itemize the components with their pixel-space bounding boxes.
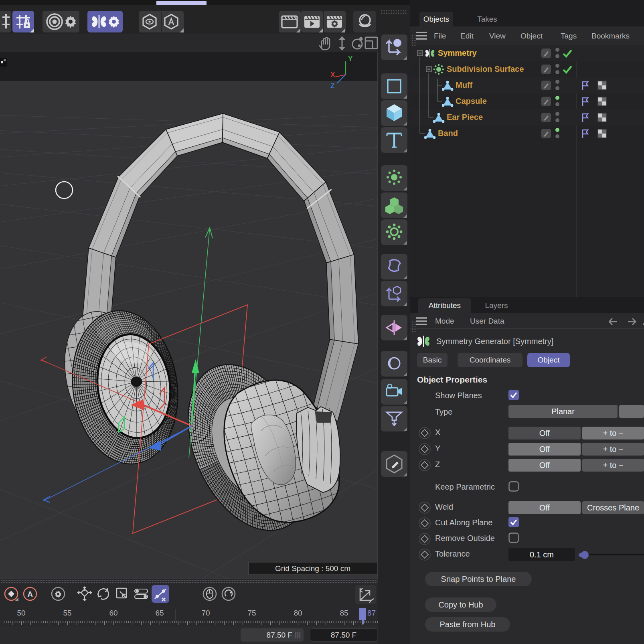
svg-text:Grid Spacing : 500 cm: Grid Spacing : 500 cm (275, 564, 350, 573)
svg-text:A: A (27, 590, 33, 598)
